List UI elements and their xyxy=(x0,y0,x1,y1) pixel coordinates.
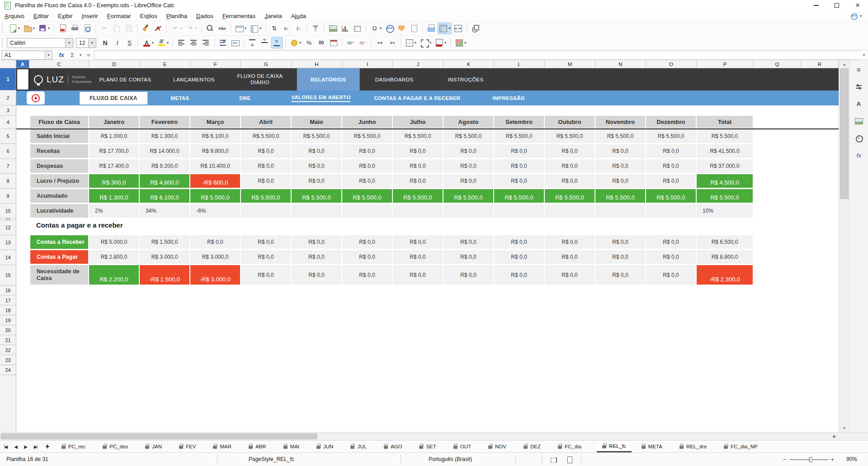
cell[interactable]: R$ 0,0 xyxy=(241,265,291,285)
cell[interactable]: R$ 0,0 xyxy=(443,235,493,249)
cell[interactable]: R$ 5.500,0 xyxy=(292,129,341,143)
cell[interactable]: 34% xyxy=(140,204,189,218)
table-header-setembro[interactable]: Setembro xyxy=(494,116,544,128)
cell[interactable]: R$ 9.200,0 xyxy=(140,159,189,173)
table-header-novembro[interactable]: Novembro xyxy=(595,116,645,128)
cell[interactable] xyxy=(545,204,594,218)
sheet-tab-abr[interactable]: ABR xyxy=(247,441,268,452)
row-header-20[interactable]: 20 xyxy=(0,325,16,335)
sheet-tab-ago[interactable]: AGO xyxy=(382,441,404,452)
split-window-button[interactable] xyxy=(453,23,464,34)
menu-formatar[interactable]: Formatar xyxy=(103,11,136,21)
sidebar-settings-button[interactable]: ≡ xyxy=(853,64,865,75)
toolbar-grip[interactable] xyxy=(2,24,5,33)
select-sum-button[interactable]: Σ xyxy=(67,51,78,60)
row-header-4[interactable]: 4 xyxy=(0,116,16,129)
menu-inserir[interactable]: Inserir xyxy=(77,11,103,21)
first-sheet-button[interactable]: |◀ xyxy=(1,441,10,452)
open-button[interactable]: ▾ xyxy=(22,23,36,34)
format-percent-button[interactable]: % xyxy=(303,37,315,48)
insert-pivot-table-button[interactable] xyxy=(352,23,363,34)
equals-button[interactable]: = xyxy=(83,51,94,60)
cell[interactable]: R$ 0,0 xyxy=(646,235,696,249)
row-label-receitas[interactable]: Receitas xyxy=(30,144,88,158)
cell[interactable]: R$ 0,0 xyxy=(494,144,544,158)
chevron-down-icon[interactable]: ▾ xyxy=(65,38,73,48)
cell[interactable]: R$ 5.500,0 xyxy=(342,189,392,203)
zoom-track[interactable] xyxy=(789,459,828,460)
row-header-16[interactable]: 16 xyxy=(0,285,16,295)
cell-cursor-a1[interactable] xyxy=(16,68,29,90)
cell[interactable]: R$ 0,0 xyxy=(545,265,594,285)
wrap-text-button[interactable] xyxy=(217,37,229,48)
insert-image-button[interactable] xyxy=(327,23,339,34)
cell[interactable]: R$ 5.500,0 xyxy=(595,189,645,203)
function-wizard-button[interactable]: fx xyxy=(56,51,67,60)
cell[interactable]: R$ 5.500,0 xyxy=(443,189,493,203)
underline-button[interactable]: S xyxy=(124,37,135,48)
row-label-despesas[interactable]: Despesas xyxy=(30,159,88,173)
cell[interactable]: -R$ 3.000,0 xyxy=(190,265,240,285)
cell[interactable]: R$ 5.500,0 xyxy=(190,189,240,203)
decrease-indent-button[interactable]: ↤ xyxy=(387,37,398,48)
toolbar-grip[interactable] xyxy=(2,38,5,48)
cell[interactable]: R$ 0,0 xyxy=(190,235,240,249)
nav-tab-relatorios[interactable]: RELATÓRIOS xyxy=(297,68,360,90)
sheet-tab-fc-dia-np[interactable]: FC_dia_NP xyxy=(722,441,759,452)
cell[interactable]: R$ 0,0 xyxy=(393,174,443,188)
cell[interactable]: R$ 2.800,0 xyxy=(89,250,139,264)
chevron-down-icon[interactable]: ▾ xyxy=(429,41,431,45)
cell[interactable]: R$ 0,0 xyxy=(393,250,443,264)
cell[interactable]: R$ 0,0 xyxy=(292,265,341,285)
row-header-3[interactable]: 3 xyxy=(0,105,16,116)
cell[interactable]: R$ 5.500,0 xyxy=(646,129,696,143)
cell[interactable]: R$ 0,0 xyxy=(393,144,443,158)
cell[interactable]: R$ 6.100,0 xyxy=(190,129,240,143)
cell[interactable]: R$ 10.400,0 xyxy=(190,159,240,173)
row-header-12[interactable]: 12 xyxy=(0,220,16,235)
cell[interactable]: R$ 0,0 xyxy=(595,174,645,188)
cell[interactable]: -R$ 1.500,0 xyxy=(140,265,189,285)
sheet-tab-fev[interactable]: FEV xyxy=(177,441,198,452)
sheet-tab-mar[interactable]: MAR xyxy=(211,441,233,452)
cell[interactable]: R$ 0,0 xyxy=(292,174,341,188)
nav-tab-plano-de-contas[interactable]: PLANO DE CONTAS xyxy=(99,77,151,82)
document-modified-icon[interactable] xyxy=(565,455,574,464)
menu-arquivo[interactable]: Arquivo xyxy=(0,11,29,21)
cell[interactable]: R$ 1.300,0 xyxy=(140,129,189,143)
column-header-j[interactable]: J xyxy=(393,60,443,68)
column-header-f[interactable]: F xyxy=(190,60,241,68)
row-header-19[interactable]: 19 xyxy=(0,315,16,325)
nav-tab-dashboards[interactable]: DASHBOARDS xyxy=(375,77,414,82)
align-right-button[interactable] xyxy=(200,37,212,48)
row-header-23[interactable]: 23 xyxy=(0,355,16,365)
chevron-down-icon[interactable]: ▾ xyxy=(464,41,466,45)
cell[interactable]: R$ 0,0 xyxy=(443,174,493,188)
cell[interactable]: R$ 5.500,0 xyxy=(697,129,753,143)
table-header-fluxo-de-caixa[interactable]: Fluxo de Caixa xyxy=(30,116,88,128)
cell[interactable]: R$ 0,0 xyxy=(393,235,443,249)
cell[interactable]: R$ 0,0 xyxy=(545,144,594,158)
cell[interactable] xyxy=(646,204,696,218)
cell[interactable]: R$ 0,0 xyxy=(494,265,544,285)
row-label-acumulado[interactable]: Acumulado xyxy=(30,189,88,203)
row-header-22[interactable]: 22 xyxy=(0,345,16,355)
scroll-down-icon[interactable]: ▼ xyxy=(839,424,849,432)
sort-descending-button[interactable]: z↓ xyxy=(293,23,304,34)
format-currency-button[interactable]: ▾ xyxy=(288,37,302,48)
zoom-thumb[interactable] xyxy=(809,457,812,462)
cell[interactable]: R$ 0,0 xyxy=(342,144,392,158)
cell[interactable] xyxy=(292,204,341,218)
borders-button[interactable]: ▾ xyxy=(404,37,418,48)
cell[interactable]: R$ 0,0 xyxy=(292,144,341,158)
table-header-junho[interactable]: Junho xyxy=(342,116,392,128)
cell[interactable]: R$ 0,0 xyxy=(494,159,544,173)
undo-button[interactable]: ↶▾ xyxy=(170,23,184,34)
table-header-maio[interactable]: Maio xyxy=(292,116,341,128)
special-character-button[interactable]: Ω▾ xyxy=(369,23,383,34)
cell[interactable]: R$ 2.200,0 xyxy=(89,265,139,285)
spelling-button[interactable]: Abc xyxy=(217,23,228,34)
cell[interactable]: R$ 0,0 xyxy=(595,250,645,264)
column-header-d[interactable]: D xyxy=(89,60,140,68)
status-language[interactable]: Português (Brasil) xyxy=(429,453,472,466)
